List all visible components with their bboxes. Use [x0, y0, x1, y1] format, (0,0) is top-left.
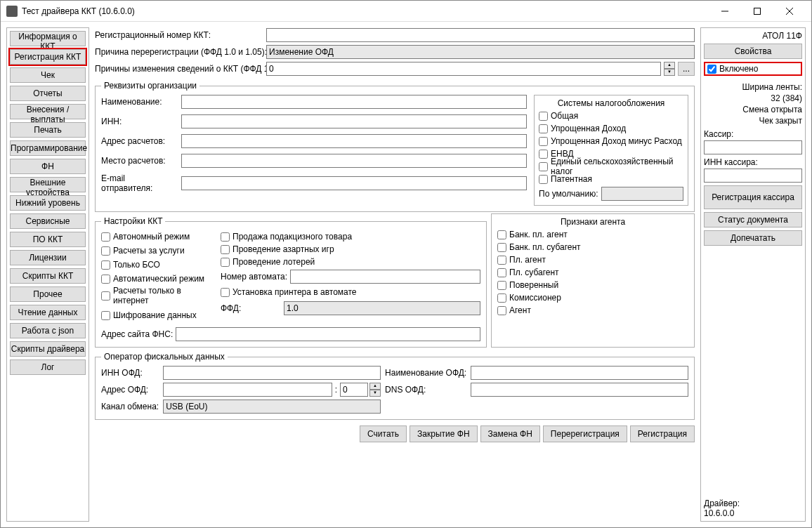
org-name-label: Наименование:	[101, 97, 178, 107]
cashier-input[interactable]	[704, 140, 802, 154]
sidebar-item-3[interactable]: Отчеты	[10, 86, 86, 101]
email-input[interactable]	[181, 176, 527, 190]
kkt-c2-check-0[interactable]	[221, 232, 230, 242]
close-button[interactable]	[773, 1, 806, 22]
ofd-addr-input[interactable]	[163, 383, 332, 397]
org-inn-input[interactable]	[181, 114, 527, 128]
tax-check-2[interactable]	[539, 137, 548, 146]
kkt-c2-check-1[interactable]	[221, 245, 230, 254]
sidebar-item-13[interactable]: Скрипты ККТ	[10, 268, 86, 284]
kkt-c1-check-3[interactable]	[101, 275, 110, 284]
org-group: Реквизиты организации Наименование: ИНН:…	[95, 81, 695, 212]
change-reasons-input[interactable]	[266, 62, 661, 76]
reg-number-input[interactable]	[266, 28, 695, 42]
kkt-c1-check-4[interactable]	[101, 291, 110, 301]
agent-label-4: Поверенный	[509, 280, 558, 290]
ofd-name-input[interactable]	[471, 366, 688, 380]
calc-place-input[interactable]	[181, 154, 527, 168]
change-reasons-browse[interactable]: ...	[678, 62, 695, 76]
sidebar-item-1[interactable]: Регистрация ККТ	[10, 49, 86, 65]
reg-button[interactable]: Регистрация	[630, 425, 695, 442]
sidebar-item-16[interactable]: Работа с json	[10, 323, 86, 338]
org-name-input[interactable]	[181, 95, 527, 109]
ofd-legend: Оператор фискальных данных	[101, 352, 228, 362]
agent-check-3[interactable]	[497, 268, 506, 277]
tax-check-0[interactable]	[539, 112, 548, 121]
properties-button[interactable]: Свойства	[704, 44, 802, 59]
sidebar-item-11[interactable]: ПО ККТ	[10, 232, 86, 247]
calc-addr-input[interactable]	[181, 134, 527, 148]
sidebar-item-10[interactable]: Сервисные	[10, 213, 86, 229]
tax-check-4[interactable]	[539, 162, 548, 171]
agent-check-5[interactable]	[497, 293, 506, 303]
email-label: E-mail отправителя:	[101, 173, 178, 193]
fns-input[interactable]	[176, 327, 480, 341]
sidebar-item-4[interactable]: Внесения / выплаты	[10, 104, 86, 119]
kkt-legend: Настройки ККТ	[101, 216, 165, 226]
ofd-dns-input[interactable]	[471, 383, 688, 397]
kkt-c1-check-2[interactable]	[101, 260, 110, 270]
change-reasons-spinner[interactable]: ▲▼	[664, 62, 675, 76]
tax-default-select[interactable]	[601, 187, 684, 201]
ofd-channel-label: Канал обмена:	[101, 402, 159, 411]
agent-check-1[interactable]	[497, 243, 506, 252]
enabled-checkbox[interactable]	[707, 65, 716, 74]
minimize-button[interactable]	[709, 1, 741, 22]
sidebar-item-17[interactable]: Скрипты драйвера	[10, 341, 86, 357]
printer-install-checkbox[interactable]	[221, 288, 230, 297]
kkt-c1-label-2: Только БСО	[113, 260, 160, 270]
agent-check-6[interactable]	[497, 306, 506, 315]
enabled-label: Включено	[719, 64, 758, 74]
agent-group: Признаки агента Банк. пл. агентБанк. пл.…	[491, 213, 695, 348]
kkt-c1-check-1[interactable]	[101, 246, 110, 256]
sidebar-item-6[interactable]: Программирование	[10, 140, 86, 156]
kkt-c1-label-3: Автоматический режим	[113, 274, 204, 284]
agent-check-2[interactable]	[497, 256, 506, 265]
sidebar-item-18[interactable]: Лог	[10, 359, 86, 375]
reprint-button[interactable]: Допечатать	[704, 230, 802, 246]
sidebar-item-12[interactable]: Лицензии	[10, 250, 86, 265]
doc-status-button[interactable]: Статус документа	[704, 212, 802, 227]
sidebar-item-14[interactable]: Прочее	[10, 286, 86, 302]
tax-label-2: Упрощенная Доход минус Расход	[551, 136, 682, 146]
rereg-button[interactable]: Перерегистрация	[543, 425, 627, 442]
ofd-addr-label: Адрес ОФД:	[101, 385, 159, 395]
rereg-reason-select[interactable]: Изменение ОФД	[266, 45, 695, 59]
ofd-port-input[interactable]	[340, 383, 368, 397]
agent-header: Признаки агента	[497, 217, 688, 227]
agent-label-2: Пл. агент	[509, 255, 546, 265]
automat-input[interactable]	[290, 270, 480, 284]
sidebar-item-0[interactable]: Информация о ККТ	[10, 31, 86, 46]
kkt-c1-check-0[interactable]	[101, 232, 110, 242]
kkt-c1-label-0: Автономный режим	[113, 232, 190, 242]
kkt-settings-group: Настройки ККТ Автономный режимРасчеты за…	[95, 216, 487, 348]
org-legend: Реквизиты организации	[101, 81, 199, 91]
ffd-select[interactable]: 1.0	[284, 301, 480, 315]
sidebar-item-9[interactable]: Нижний уровень	[10, 195, 86, 211]
replace-fn-button[interactable]: Замена ФН	[480, 425, 540, 442]
cashier-reg-button[interactable]: Регистрация кассира	[704, 185, 802, 209]
sidebar-item-8[interactable]: Внешние устройства	[10, 177, 86, 192]
maximize-button[interactable]	[741, 1, 773, 22]
tax-check-3[interactable]	[539, 150, 548, 159]
tax-label-1: Упрощенная Доход	[551, 124, 626, 133]
sidebar-item-15[interactable]: Чтение данных	[10, 305, 86, 320]
app-icon	[6, 6, 18, 17]
cashier-inn-input[interactable]	[704, 169, 802, 183]
close-fn-button[interactable]: Закрытие ФН	[410, 425, 477, 442]
sidebar-item-5[interactable]: Печать	[10, 122, 86, 138]
kkt-c1-check-5[interactable]	[101, 311, 110, 320]
agent-check-4[interactable]	[497, 281, 506, 290]
tax-check-5[interactable]	[539, 175, 548, 184]
ofd-channel-select[interactable]: USB (EoU)	[163, 400, 381, 414]
read-button[interactable]: Считать	[360, 425, 407, 442]
sidebar-item-2[interactable]: Чек	[10, 67, 86, 83]
cashier-label: Кассир:	[704, 129, 802, 139]
ofd-inn-input[interactable]	[163, 366, 381, 380]
tax-check-1[interactable]	[539, 124, 548, 133]
kkt-c2-check-2[interactable]	[221, 258, 230, 267]
ffd-label: ФФД:	[221, 303, 281, 313]
ofd-port-spinner[interactable]: ▲▼	[369, 383, 381, 397]
agent-check-0[interactable]	[497, 230, 506, 239]
sidebar-item-7[interactable]: ФН	[10, 159, 86, 174]
